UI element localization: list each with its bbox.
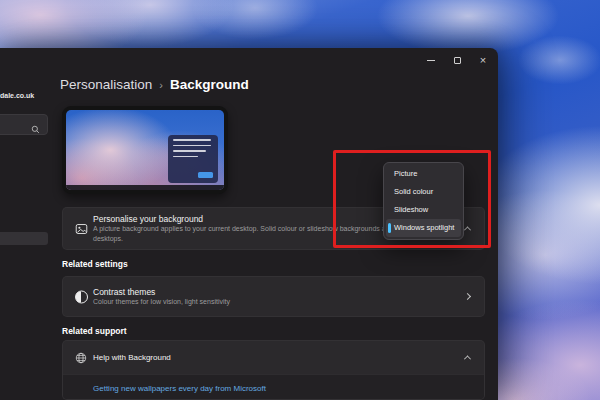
sidebar-item-personalisation[interactable] <box>0 232 48 245</box>
spotlight-button <box>198 172 213 178</box>
spotlight-text-line <box>173 150 206 152</box>
spotlight-text-line <box>173 145 211 147</box>
related-settings-heading: Related settings <box>62 259 128 269</box>
preview-wallpaper <box>66 110 224 190</box>
minimize-button[interactable] <box>418 50 444 70</box>
preview-taskbar <box>66 185 224 190</box>
search-icon <box>31 120 40 138</box>
spotlight-text-line <box>173 156 198 158</box>
breadcrumb-separator: › <box>159 79 163 91</box>
spotlight-info-card <box>168 135 218 183</box>
contrast-themes-title: Contrast themes <box>93 287 230 297</box>
help-card-title: Help with Background <box>93 353 171 362</box>
globe-icon <box>75 352 87 364</box>
minimize-icon <box>427 60 435 61</box>
related-support-heading: Related support <box>62 326 127 336</box>
spotlight-text-line <box>173 139 211 141</box>
maximize-icon <box>454 57 461 64</box>
breadcrumb-parent[interactable]: Personalisation <box>60 77 152 92</box>
close-icon: × <box>480 55 486 66</box>
chevron-up-icon <box>464 355 471 362</box>
contrast-themes-description: Colour themes for low vision, light sens… <box>93 297 230 307</box>
help-expanded-content: Getting new wallpapers every day from Mi… <box>63 374 484 400</box>
background-preview-monitor <box>62 106 228 194</box>
contrast-icon <box>75 290 88 303</box>
page-title: Background <box>170 77 249 92</box>
wallpapers-help-link[interactable]: Getting new wallpapers every day from Mi… <box>93 384 266 393</box>
help-expander-header[interactable]: Help with Background <box>63 341 484 374</box>
account-name: dale.co.uk <box>0 92 34 99</box>
picture-icon <box>75 222 88 235</box>
close-button[interactable]: × <box>470 50 496 70</box>
maximize-button[interactable] <box>444 50 470 70</box>
contrast-themes-card[interactable]: Contrast themes Colour themes for low vi… <box>62 276 485 317</box>
annotation-rectangle <box>333 150 491 248</box>
chevron-right-icon <box>464 292 471 299</box>
help-with-background-card: Help with Background Getting new wallpap… <box>62 340 485 400</box>
titlebar-controls: × <box>418 50 496 70</box>
search-input[interactable] <box>0 114 48 135</box>
breadcrumb: Personalisation › Background <box>60 77 249 92</box>
